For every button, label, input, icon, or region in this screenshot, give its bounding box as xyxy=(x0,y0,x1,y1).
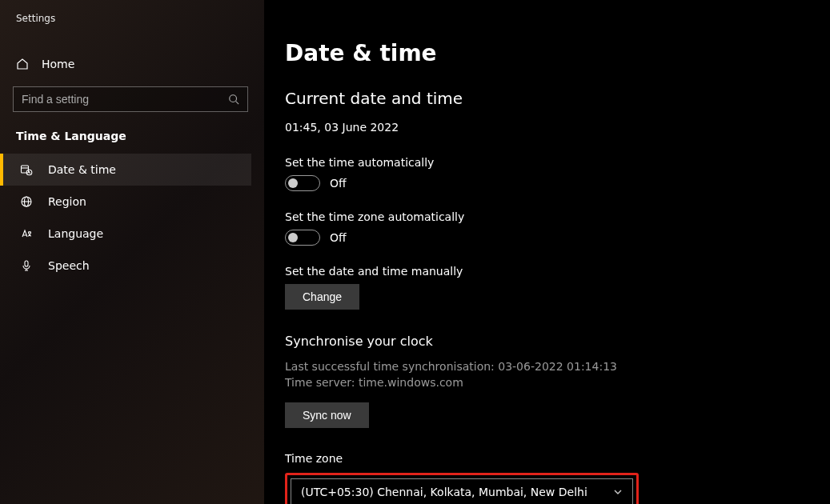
search-box[interactable] xyxy=(13,86,248,112)
time-zone-value: (UTC+05:30) Chennai, Kolkata, Mumbai, Ne… xyxy=(301,486,587,498)
sidebar-item-speech[interactable]: Speech xyxy=(0,250,251,282)
time-zone-dropdown[interactable]: (UTC+05:30) Chennai, Kolkata, Mumbai, Ne… xyxy=(291,478,633,504)
auto-time-state: Off xyxy=(330,177,347,190)
language-icon xyxy=(19,227,34,240)
sidebar-item-label: Date & time xyxy=(48,163,116,176)
sidebar-item-region[interactable]: Region xyxy=(0,186,251,218)
current-datetime-value: 01:45, 03 June 2022 xyxy=(285,121,830,134)
manual-datetime-label: Set the date and time manually xyxy=(285,265,830,278)
svg-rect-2 xyxy=(22,166,29,173)
sidebar-item-label: Speech xyxy=(48,259,90,272)
sidebar-item-label: Language xyxy=(48,227,103,240)
sidebar: Settings Home Time & Language Date & tim… xyxy=(0,0,264,504)
svg-rect-10 xyxy=(25,261,28,266)
auto-tz-toggle[interactable] xyxy=(285,230,320,246)
search-input[interactable] xyxy=(22,93,228,106)
auto-time-toggle[interactable] xyxy=(285,175,320,191)
home-label: Home xyxy=(42,58,74,70)
home-nav[interactable]: Home xyxy=(0,50,251,78)
category-title: Time & Language xyxy=(0,112,251,154)
sync-now-button[interactable]: Sync now xyxy=(285,402,369,428)
home-icon xyxy=(16,58,29,70)
svg-line-6 xyxy=(30,173,31,174)
sidebar-item-date-time[interactable]: Date & time xyxy=(0,154,251,186)
auto-tz-label: Set the time zone automatically xyxy=(285,210,830,223)
sidebar-item-label: Region xyxy=(48,195,86,208)
auto-time-label: Set the time automatically xyxy=(285,156,830,169)
svg-line-1 xyxy=(236,102,239,105)
globe-icon xyxy=(19,195,34,208)
time-zone-label: Time zone xyxy=(285,452,830,465)
sync-clock-heading: Synchronise your clock xyxy=(285,334,830,349)
search-icon xyxy=(228,94,239,105)
sync-last-text: Last successful time synchronisation: 03… xyxy=(285,358,830,374)
svg-point-0 xyxy=(230,95,237,102)
window-title: Settings xyxy=(0,8,251,24)
sidebar-item-language[interactable]: Language xyxy=(0,218,251,250)
current-datetime-heading: Current date and time xyxy=(285,89,830,108)
page-title: Date & time xyxy=(285,40,830,66)
calendar-clock-icon xyxy=(19,163,34,176)
auto-tz-state: Off xyxy=(330,231,347,244)
time-zone-highlight: (UTC+05:30) Chennai, Kolkata, Mumbai, Ne… xyxy=(285,473,639,504)
main-content: Date & time Current date and time 01:45,… xyxy=(264,0,830,504)
sync-server-text: Time server: time.windows.com xyxy=(285,374,830,390)
change-button[interactable]: Change xyxy=(285,284,359,310)
microphone-icon xyxy=(19,259,34,272)
chevron-down-icon xyxy=(613,487,623,497)
